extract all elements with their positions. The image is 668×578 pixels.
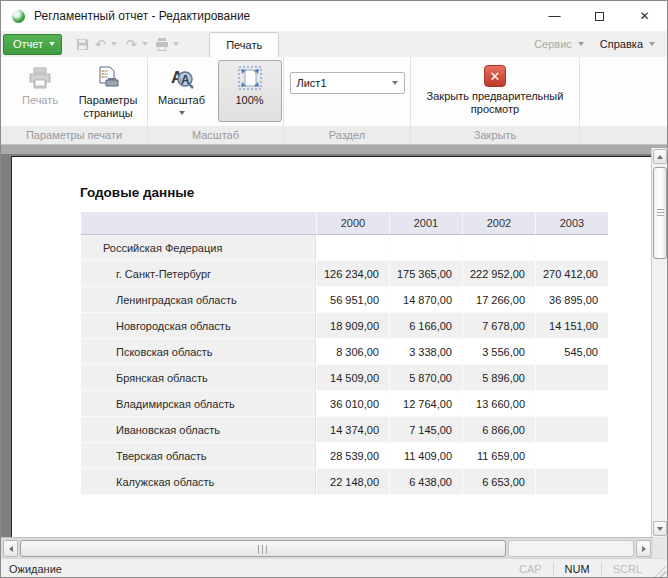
cell-value: 6 866,00 (462, 417, 535, 443)
zoom-100-button[interactable]: 100% (218, 60, 282, 122)
maximize-icon (595, 12, 604, 21)
table-row: Калужская область22 148,006 438,006 653,… (81, 469, 608, 495)
horizontal-scrollbar-track[interactable] (508, 540, 634, 557)
horizontal-scrollbar[interactable] (1, 537, 667, 558)
cell-value: 8 306,00 (316, 339, 389, 365)
chevron-down-icon (179, 111, 185, 115)
cell-value: 14 870,00 (389, 287, 462, 313)
chevron-down-icon (392, 81, 398, 85)
minimize-button[interactable]: — (532, 1, 577, 31)
cell-value (535, 365, 608, 391)
ribbon-group-label-close: Закрыть (411, 126, 579, 144)
scroll-lock-indicator: SCRL (602, 563, 653, 575)
zoom-100-button-label: 100% (235, 94, 263, 107)
page-setup-button[interactable]: Параметры страницы (76, 60, 140, 121)
report-table-header-row: 2000200120022003 (81, 212, 608, 235)
print-button-label: Печать (22, 94, 58, 107)
print-button: Печать (8, 60, 72, 108)
cell-value: 14 151,00 (535, 313, 608, 339)
cell-value: 3 338,00 (389, 339, 462, 365)
num-lock-indicator: NUM (554, 563, 601, 575)
triangle-down-icon (657, 527, 663, 531)
scroll-up-button[interactable] (653, 149, 667, 164)
tab-print[interactable]: Печать (209, 32, 279, 57)
quick-access-icons: ↶ ↷ (74, 36, 183, 52)
svg-text:A: A (181, 73, 190, 87)
vertical-scrollbar[interactable] (651, 148, 667, 537)
scale-button[interactable]: A A Масштаб (150, 60, 214, 116)
toolbar-right-menus: Сервис Справка (528, 31, 661, 57)
thumb-grip-icon (657, 209, 664, 217)
cell-value: 28 539,00 (316, 443, 389, 469)
print-preview-pane: Годовые данные 2000200120022003 Российск… (1, 145, 667, 537)
thumb-grip-icon (258, 545, 268, 554)
page-setup-button-label: Параметры страницы (77, 94, 139, 120)
print-small-icon[interactable] (154, 36, 170, 52)
report-menu-button[interactable]: Отчет (3, 34, 62, 55)
close-button[interactable]: ✕ (622, 1, 667, 31)
status-text: Ожидание (1, 563, 62, 575)
close-preview-button[interactable]: ✕ Закрыть предварительный просмотр (416, 60, 574, 117)
cell-value (535, 443, 608, 469)
keyboard-indicators: CAP NUM SCRL (508, 559, 653, 578)
cell-value: 6 653,00 (462, 469, 535, 495)
table-row: Ивановская область14 374,007 145,006 866… (81, 417, 608, 443)
column-header: 2002 (462, 212, 535, 235)
menu-help[interactable]: Справка (594, 38, 661, 50)
ribbon-group-label-scale: Масштаб (148, 126, 283, 144)
cell-value: 6 438,00 (389, 469, 462, 495)
redo-dropdown-icon[interactable] (142, 42, 148, 46)
ribbon-group-close: ✕ Закрыть предварительный просмотр Закры… (411, 57, 580, 144)
undo-icon[interactable]: ↶ (92, 36, 108, 52)
report-page: Годовые данные 2000200120022003 Российск… (11, 156, 651, 537)
sheet-select[interactable]: Лист1 (290, 72, 405, 94)
table-row: Брянская область14 509,005 870,005 896,0… (81, 365, 608, 391)
menu-service: Сервис (528, 38, 590, 50)
chevron-down-icon (49, 42, 55, 46)
cell-value: 14 374,00 (316, 417, 389, 443)
cell-value: 175 365,00 (389, 261, 462, 287)
column-header: 2003 (535, 212, 608, 235)
cell-value: 5 896,00 (462, 365, 535, 391)
scroll-down-button[interactable] (653, 521, 667, 536)
report-title: Годовые данные (80, 185, 194, 200)
row-label: Ленинградская область (81, 287, 316, 313)
undo-dropdown-icon[interactable] (111, 42, 117, 46)
ribbon-group-section: Лист1 Раздел (284, 57, 411, 144)
cell-value (535, 391, 608, 417)
app-window: Регламентный отчет - Редактирование — ✕ … (0, 0, 668, 578)
scale-button-label: Масштаб (158, 94, 205, 107)
column-header: 2000 (316, 212, 389, 235)
print-dropdown-icon[interactable] (173, 42, 179, 46)
save-icon[interactable] (74, 36, 90, 52)
cell-value: 56 951,00 (316, 287, 389, 313)
vertical-scrollbar-thumb[interactable] (653, 167, 667, 259)
scroll-right-button[interactable] (636, 540, 651, 557)
row-label: г. Санкт-Петербург (81, 261, 316, 287)
maximize-button[interactable] (577, 1, 622, 31)
sheet-select-value: Лист1 (297, 77, 327, 89)
resize-grip[interactable] (654, 566, 666, 578)
status-bar: Ожидание CAP NUM SCRL (1, 558, 667, 578)
redo-icon[interactable]: ↷ (123, 36, 139, 52)
row-label: Калужская область (81, 469, 316, 495)
horizontal-scrollbar-thumb[interactable] (20, 540, 506, 557)
triangle-up-icon (657, 155, 663, 159)
menu-service-label: Сервис (534, 38, 572, 50)
window-title: Регламентный отчет - Редактирование (34, 9, 250, 23)
printer-icon (27, 65, 53, 91)
row-label: Новгородская область (81, 313, 316, 339)
cell-value: 14 509,00 (316, 365, 389, 391)
row-label: Брянская область (81, 365, 316, 391)
scale-icon: A A (169, 65, 195, 91)
scroll-left-button[interactable] (3, 540, 18, 557)
cell-value: 12 764,00 (389, 391, 462, 417)
ribbon-group-print: Печать Параметры страницы Параметры печа… (1, 57, 148, 144)
cell-value (316, 235, 389, 261)
triangle-left-icon (9, 546, 13, 552)
window-controls: — ✕ (532, 1, 667, 31)
caps-lock-indicator: CAP (508, 563, 553, 575)
cell-value: 7 145,00 (389, 417, 462, 443)
cell-value: 6 166,00 (389, 313, 462, 339)
report-menu-label: Отчет (13, 38, 43, 50)
